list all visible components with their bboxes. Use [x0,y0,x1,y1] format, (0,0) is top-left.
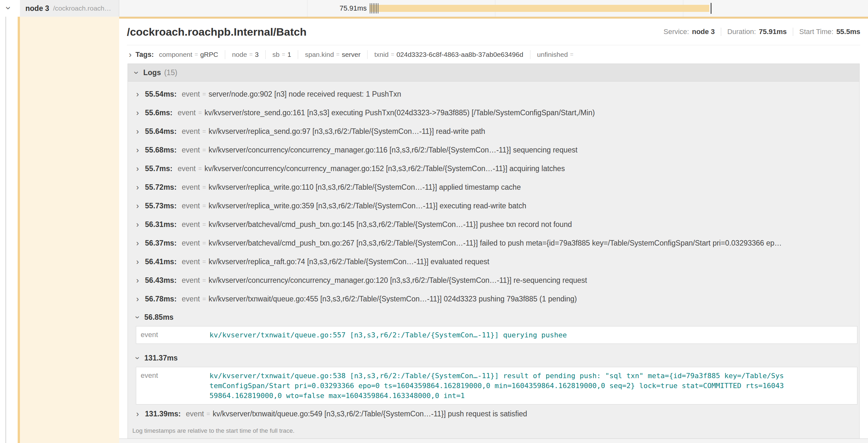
span-title: /cockroach.roachpb.Internal/Batch [127,26,307,38]
selected-span-name-column [20,17,119,443]
log-row[interactable]: › 56.37ms: event = kv/kvserver/batcheval… [128,234,859,252]
log-marker-tick [378,3,378,13]
log-row[interactable]: › 55.73ms: event = kv/kvserver/replica_w… [128,197,859,215]
log-value: kv/kvserver/batcheval/cmd_push_txn.go:26… [209,239,782,247]
logs-accordion: › Logs (15) › 55.54ms: event = server/no… [127,64,860,439]
log-timestamp: 56.37ms: [145,239,176,247]
log-row[interactable]: › 56.43ms: event = kv/kvserver/concurren… [128,271,859,289]
equals-sign: = [203,277,206,284]
equals-sign: = [249,51,253,58]
log-key: event [182,220,200,229]
log-field-value: kv/kvserver/txnwait/queue.go:538 [n3,s3,… [210,371,784,401]
log-timestamp: 55.68ms: [145,146,176,155]
equals-sign: = [203,239,206,246]
tag-key: component [159,51,192,59]
log-key: event [182,239,200,247]
log-row[interactable]: › 56.41ms: event = kv/kvserver/replica_r… [128,252,859,271]
log-row[interactable]: › 55.6ms: event = kv/kvserver/store_send… [128,103,859,122]
log-row[interactable]: › 55.64ms: event = kv/kvserver/replica_s… [128,122,859,141]
equals-sign: = [282,51,285,58]
log-row[interactable]: › 55.72ms: event = kv/kvserver/replica_w… [128,178,859,197]
log-timestamp: 56.41ms: [145,258,176,266]
chevron-right-icon: › [136,128,139,135]
divider [225,50,225,59]
log-marker-tick [711,3,712,14]
service-value: node 3 [692,28,715,36]
log-value: kv/kvserver/replica_send.go:97 [n3,s3,r6… [209,127,485,136]
tag-value: gRPC [200,51,218,59]
logs-list: › 55.54ms: event = server/node.go:902 [n… [128,81,859,439]
log-value: kv/kvserver/replica_raft.go:74 [n3,s3,r6… [209,258,489,266]
panel-bottom-gutter [119,439,868,443]
log-key: event [178,164,196,173]
tag-key: span.kind [305,51,334,59]
span-row[interactable]: › node 3 /cockroach.roach… 75.91ms [0,0,868,17]
chevron-down-icon[interactable]: › [4,6,13,10]
span-duration-bar[interactable] [369,5,709,12]
chevron-right-icon: › [136,410,139,418]
tags-accordion-header[interactable]: › Tags: component = gRPC node = 3 sb = 1… [119,45,868,64]
equals-sign: = [391,51,395,58]
log-timestamp: 55.54ms: [145,90,176,99]
equals-sign: = [336,51,340,58]
log-value: kv/kvserver/batcheval/cmd_push_txn.go:14… [209,220,572,229]
log-value: kv/kvserver/replica_write.go:359 [n3,s3,… [209,202,526,210]
log-row[interactable]: › 55.7ms: event = kv/kvserver/concurrenc… [128,159,859,178]
tag-item: unfinished = [537,51,576,59]
equals-sign: = [203,258,206,265]
equals-sign: = [207,410,210,417]
tag-key: node [232,51,247,59]
log-row[interactable]: › 131.39ms: event = kv/kvserver/txnwait/… [128,405,859,423]
log-marker-tick [373,3,374,13]
chevron-down-icon: › [134,316,142,318]
tag-value: 1 [287,51,291,59]
equals-sign: = [203,295,206,302]
tag-key: sb [272,51,279,59]
divider [530,50,530,59]
service-label: Service: [663,28,689,36]
log-marker-tick [371,3,372,13]
logs-count: (15) [164,68,177,77]
log-timestamp: 56.85ms [144,313,174,322]
equals-sign: = [203,221,206,228]
log-row[interactable]: › 56.31ms: event = kv/kvserver/batcheval… [128,215,859,234]
log-timestamp: 55.6ms: [145,108,173,117]
duration-value: 75.91ms [759,28,787,36]
divider [298,50,298,59]
log-field-key: event [141,371,210,401]
chevron-right-icon: › [136,258,139,266]
log-marker-tick [376,3,377,13]
log-timestamp: 55.73ms: [145,202,176,210]
log-row[interactable]: › 55.54ms: event = server/node.go:902 [n… [128,85,859,103]
log-entry-header[interactable]: › 131.37ms [128,349,859,367]
divider [367,50,368,59]
log-key: event [186,410,204,418]
chevron-down-icon: › [134,356,142,359]
chevron-right-icon: › [136,239,139,247]
log-value: kv/kvserver/txnwait/queue.go:549 [n3,s3,… [213,410,527,418]
log-row[interactable]: › 55.68ms: event = kv/kvserver/concurren… [128,141,859,159]
span-timeline[interactable]: 75.91ms [119,0,868,17]
log-entry-header[interactable]: › 56.85ms [128,308,859,326]
log-key: event [182,183,200,192]
chevron-right-icon: › [136,202,139,210]
span-overview: Service: node 3 Duration: 75.91ms Start … [663,28,860,36]
log-key: event [182,202,200,210]
logs-accordion-header[interactable]: › Logs (15) [128,64,859,81]
span-name-cell[interactable]: node 3 /cockroach.roach… [20,0,119,17]
log-row[interactable]: › 56.78ms: event = kv/kvserver/txnwait/q… [128,289,859,308]
chevron-down-icon: › [132,71,141,74]
log-timestamp: 56.43ms: [145,276,176,285]
equals-sign: = [198,165,202,172]
chevron-right-icon: › [136,165,139,173]
log-key: event [182,127,200,136]
log-timestamp: 55.72ms: [145,183,176,192]
log-value: kv/kvserver/concurrency/concurrency_mana… [204,164,565,173]
span-service-name: node 3 [25,4,49,13]
chevron-right-icon: › [136,90,139,98]
log-key: event [182,258,200,266]
equals-sign: = [195,51,198,58]
spacer [128,344,859,349]
log-key: event [182,90,200,99]
log-value: kv/kvserver/replica_write.go:110 [n3,s3,… [209,183,521,192]
